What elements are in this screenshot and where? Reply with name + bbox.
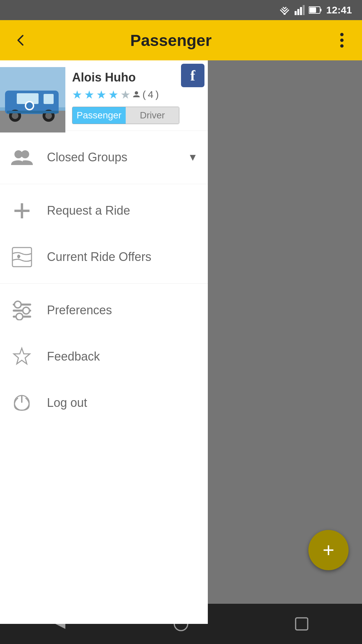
facebook-badge[interactable]: f: [181, 64, 204, 87]
passenger-role-button[interactable]: Passenger: [72, 107, 126, 124]
svg-point-21: [26, 102, 33, 109]
closed-groups-label: Closed Groups: [47, 150, 174, 164]
svg-rect-31: [14, 210, 29, 212]
current-ride-offers-label: Current Ride Offers: [47, 250, 151, 264]
svg-point-13: [340, 44, 344, 48]
recent-nav-icon: [294, 616, 309, 631]
fab-button[interactable]: +: [308, 530, 349, 570]
logout-icon: [10, 391, 34, 415]
svg-point-36: [23, 307, 29, 314]
status-icons: 12:41: [279, 4, 352, 16]
svg-point-12: [340, 39, 344, 42]
menu-section: Closed Groups ▼ Request a Ride: [0, 131, 208, 429]
wifi-icon: [279, 5, 291, 15]
page-title: Passenger: [10, 31, 332, 50]
svg-point-27: [135, 91, 138, 95]
profile-section: Alois Huho ★ ★ ★ ★ ★ (4) Passenger Drive…: [0, 60, 208, 131]
driver-role-button[interactable]: Driver: [126, 107, 179, 124]
closed-groups-dropdown-icon: ▼: [188, 152, 198, 163]
map-icon: [10, 245, 34, 269]
feedback-label: Feedback: [47, 350, 100, 364]
preferences-label: Preferences: [47, 303, 112, 317]
status-time: 12:41: [326, 4, 352, 16]
preferences-menu-item[interactable]: Preferences: [0, 287, 208, 333]
logout-menu-item[interactable]: Log out: [0, 380, 208, 426]
recent-nav-button[interactable]: [288, 610, 315, 637]
svg-rect-9: [320, 9, 321, 11]
star-4: ★: [108, 88, 118, 101]
request-ride-menu-item[interactable]: Request a Ride: [0, 187, 208, 234]
more-options-button[interactable]: [332, 30, 352, 50]
svg-rect-5: [297, 9, 299, 15]
star-3: ★: [96, 88, 106, 101]
closed-groups-menu-item[interactable]: Closed Groups ▼: [0, 134, 208, 180]
svg-rect-43: [296, 618, 308, 630]
svg-marker-39: [14, 348, 30, 364]
vw-bus-illustration: [0, 67, 65, 132]
stars-row: ★ ★ ★ ★ ★ (4): [72, 88, 201, 101]
logout-label: Log out: [47, 396, 87, 410]
status-bar: 12:41: [0, 0, 362, 20]
facebook-icon: f: [190, 67, 195, 84]
svg-point-29: [21, 150, 29, 158]
signal-icon: [295, 5, 305, 15]
request-ride-label: Request a Ride: [47, 204, 130, 218]
svg-rect-6: [300, 7, 302, 15]
svg-marker-2: [283, 7, 287, 9]
divider-1: [0, 184, 208, 184]
feedback-menu-item[interactable]: Feedback: [0, 333, 208, 380]
fab-icon: +: [322, 540, 334, 560]
person-icon: [132, 91, 140, 99]
star-1: ★: [72, 88, 82, 101]
svg-point-38: [16, 313, 23, 320]
preferences-icon: [10, 299, 34, 322]
drawer: Alois Huho ★ ★ ★ ★ ★ (4) Passenger Drive…: [0, 60, 208, 624]
star-5: ★: [120, 88, 130, 101]
svg-point-34: [14, 301, 21, 308]
groups-icon: [10, 146, 34, 169]
svg-rect-32: [12, 248, 32, 267]
svg-rect-26: [7, 111, 59, 113]
divider-2: [0, 283, 208, 284]
svg-rect-4: [295, 11, 297, 15]
svg-rect-10: [309, 7, 316, 13]
more-vert-icon: [340, 32, 344, 49]
role-toggle[interactable]: Passenger Driver: [72, 107, 179, 124]
rating-count: (4): [132, 89, 159, 100]
add-icon: [10, 199, 34, 222]
profile-image: [0, 67, 65, 132]
svg-rect-7: [303, 5, 305, 15]
svg-rect-18: [44, 94, 54, 104]
star-2: ★: [84, 88, 94, 101]
app-bar: Passenger: [0, 20, 362, 60]
battery-icon: [309, 6, 322, 14]
current-ride-offers-menu-item[interactable]: Current Ride Offers: [0, 234, 208, 280]
svg-point-11: [340, 33, 344, 36]
feedback-star-icon: [10, 345, 34, 368]
